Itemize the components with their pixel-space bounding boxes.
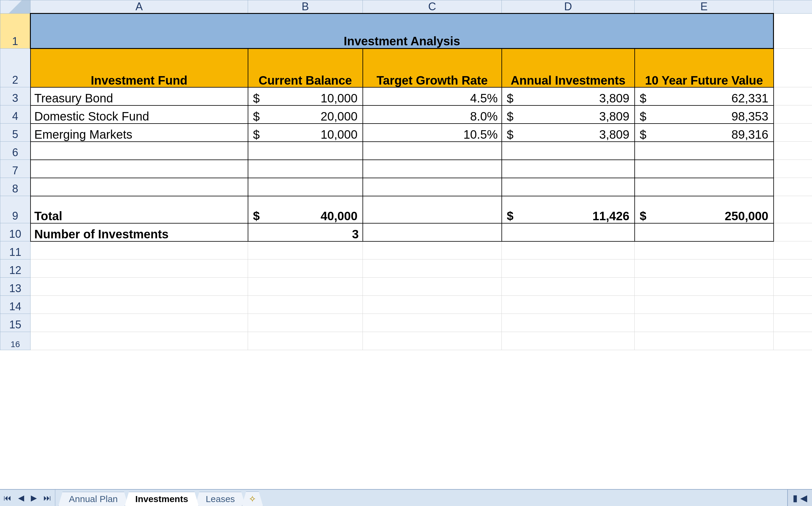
col-header-E[interactable]: E (635, 0, 774, 14)
cell-B7[interactable] (248, 160, 363, 178)
cell-B9[interactable]: $40,000 (248, 196, 363, 223)
cell-D6[interactable] (502, 142, 635, 160)
cell-B6[interactable] (248, 142, 363, 160)
cell-C4[interactable]: 8.0% (363, 105, 502, 123)
cell-A4[interactable]: Domestic Stock Fund (30, 105, 248, 123)
cell-F2[interactable] (774, 49, 812, 87)
cell-F15[interactable] (774, 314, 812, 332)
cell-B4[interactable]: $20,000 (248, 105, 363, 123)
cell-F1[interactable] (774, 14, 812, 49)
cell-D13[interactable] (502, 278, 635, 296)
cell-F6[interactable] (774, 142, 812, 160)
cell-B5[interactable]: $10,000 (248, 123, 363, 142)
cell-A3[interactable]: Treasury Bond (30, 87, 248, 105)
cell-F9[interactable] (774, 196, 812, 223)
sheet-tab-annual-plan[interactable]: Annual Plan (58, 492, 128, 506)
cell-A15[interactable] (30, 314, 248, 332)
row-header-3[interactable]: 3 (0, 87, 30, 105)
cell-A16[interactable] (30, 332, 248, 350)
cell-C5[interactable]: 10.5% (363, 123, 502, 142)
cell-D8[interactable] (502, 178, 635, 196)
row-header-13[interactable]: 13 (0, 278, 30, 296)
cell-E16[interactable] (635, 332, 774, 350)
col-header-extra[interactable] (774, 0, 812, 14)
cell-A7[interactable] (30, 160, 248, 178)
cell-F8[interactable] (774, 178, 812, 196)
row-header-1[interactable]: 1 (0, 14, 30, 49)
cell-E8[interactable] (635, 178, 774, 196)
cell-A6[interactable] (30, 142, 248, 160)
cell-D9[interactable]: $11,426 (502, 196, 635, 223)
cell-C15[interactable] (363, 314, 502, 332)
cell-A12[interactable] (30, 259, 248, 278)
cell-A9[interactable]: Total (30, 196, 248, 223)
cell-A8[interactable] (30, 178, 248, 196)
tab-nav-prev-icon[interactable]: ◀ (18, 493, 24, 503)
cell-C16[interactable] (363, 332, 502, 350)
row-header-2[interactable]: 2 (0, 49, 30, 87)
cell-E9[interactable]: $250,000 (635, 196, 774, 223)
sheet-tab-leases[interactable]: Leases (195, 492, 246, 506)
cell-B13[interactable] (248, 278, 363, 296)
cell-C8[interactable] (363, 178, 502, 196)
cell-F7[interactable] (774, 160, 812, 178)
cell-B14[interactable] (248, 296, 363, 314)
row-header-7[interactable]: 7 (0, 160, 30, 178)
cell-F5[interactable] (774, 123, 812, 142)
cell-D11[interactable] (502, 241, 635, 259)
cell-F12[interactable] (774, 259, 812, 278)
cell-F14[interactable] (774, 296, 812, 314)
row-header-15[interactable]: 15 (0, 314, 30, 332)
header-target-growth-rate[interactable]: Target Growth Rate (363, 49, 502, 87)
cell-E15[interactable] (635, 314, 774, 332)
cell-E14[interactable] (635, 296, 774, 314)
cell-E7[interactable] (635, 160, 774, 178)
cell-D3[interactable]: $3,809 (502, 87, 635, 105)
cell-C9[interactable] (363, 196, 502, 223)
cell-A13[interactable] (30, 278, 248, 296)
header-current-balance[interactable]: Current Balance (248, 49, 363, 87)
cell-C3[interactable]: 4.5% (363, 87, 502, 105)
cell-D14[interactable] (502, 296, 635, 314)
cell-A10[interactable]: Number of Investments (30, 223, 248, 241)
col-header-B[interactable]: B (248, 0, 363, 14)
cell-C11[interactable] (363, 241, 502, 259)
title-cell[interactable]: Investment Analysis (30, 14, 774, 49)
row-header-12[interactable]: 12 (0, 259, 30, 278)
cell-F11[interactable] (774, 241, 812, 259)
cell-B3[interactable]: $10,000 (248, 87, 363, 105)
select-all-corner[interactable] (0, 0, 30, 14)
cell-E11[interactable] (635, 241, 774, 259)
cell-E12[interactable] (635, 259, 774, 278)
cell-C10[interactable] (363, 223, 502, 241)
cell-F16[interactable] (774, 332, 812, 350)
tab-nav-first-icon[interactable]: ⏮ (4, 493, 11, 503)
cell-D15[interactable] (502, 314, 635, 332)
row-header-10[interactable]: 10 (0, 223, 30, 241)
cell-E6[interactable] (635, 142, 774, 160)
cell-B11[interactable] (248, 241, 363, 259)
cell-B16[interactable] (248, 332, 363, 350)
cell-D4[interactable]: $3,809 (502, 105, 635, 123)
cell-C14[interactable] (363, 296, 502, 314)
row-header-5[interactable]: 5 (0, 123, 30, 142)
cell-F10[interactable] (774, 223, 812, 241)
cell-D16[interactable] (502, 332, 635, 350)
row-header-14[interactable]: 14 (0, 296, 30, 314)
cell-C6[interactable] (363, 142, 502, 160)
cell-E13[interactable] (635, 278, 774, 296)
cell-C12[interactable] (363, 259, 502, 278)
cell-E10[interactable] (635, 223, 774, 241)
cell-D5[interactable]: $3,809 (502, 123, 635, 142)
cell-C7[interactable] (363, 160, 502, 178)
cell-B15[interactable] (248, 314, 363, 332)
horizontal-scroll-area[interactable]: ▮ ◀ (787, 490, 812, 506)
cell-A14[interactable] (30, 296, 248, 314)
col-header-D[interactable]: D (502, 0, 635, 14)
row-header-11[interactable]: 11 (0, 241, 30, 259)
cell-F3[interactable] (774, 87, 812, 105)
cell-E5[interactable]: $89,316 (635, 123, 774, 142)
scroll-left-arrow-icon[interactable]: ◀ (800, 493, 807, 503)
row-header-6[interactable]: 6 (0, 142, 30, 160)
cell-B12[interactable] (248, 259, 363, 278)
